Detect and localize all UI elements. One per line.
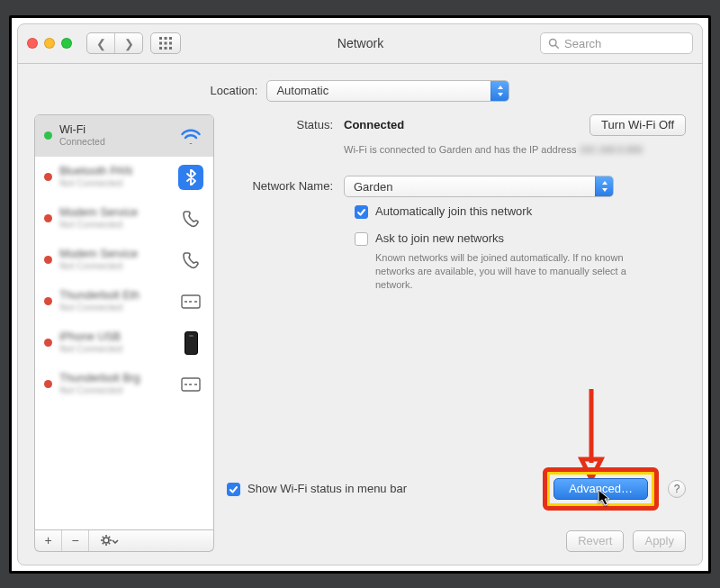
svg-rect-2 bbox=[169, 37, 172, 40]
wifi-detail-panel: Status: Connected Turn Wi-Fi Off Wi-Fi i… bbox=[227, 114, 686, 552]
status-dot-icon bbox=[44, 380, 52, 388]
ethernet-icon bbox=[177, 294, 204, 309]
location-value: Automatic bbox=[276, 84, 328, 97]
nav-back-icon[interactable]: ❮ bbox=[87, 33, 114, 53]
phone-icon bbox=[177, 250, 204, 270]
close-window[interactable] bbox=[27, 38, 38, 49]
interfaces-sidebar: Wi-Fi Connected Blu bbox=[34, 114, 214, 552]
sidebar-item[interactable]: iPhone USBNot Connected bbox=[35, 322, 213, 364]
wifi-icon bbox=[177, 128, 204, 144]
ask-join-checkbox[interactable] bbox=[355, 232, 368, 246]
interface-actions-button[interactable] bbox=[89, 530, 129, 551]
window-title: Network bbox=[188, 36, 533, 50]
svg-rect-0 bbox=[159, 37, 162, 40]
svg-rect-5 bbox=[169, 42, 172, 45]
network-name-popup[interactable]: Garden bbox=[344, 176, 614, 197]
status-dot-icon bbox=[44, 131, 52, 140]
network-name-label: Network Name: bbox=[227, 176, 344, 193]
svg-rect-8 bbox=[169, 47, 172, 50]
network-prefs-window: ❮ ❯ Network Search Lo bbox=[17, 23, 703, 565]
search-placeholder: Search bbox=[564, 37, 601, 50]
status-dot-icon bbox=[44, 214, 52, 222]
sidebar-item[interactable]: Thunderbolt BrgNot Connected bbox=[35, 364, 213, 405]
popup-arrows-icon bbox=[490, 81, 508, 101]
network-name-value: Garden bbox=[354, 180, 392, 194]
advanced-button[interactable]: Advanced… bbox=[554, 478, 648, 500]
svg-rect-6 bbox=[159, 47, 162, 50]
auto-join-label: Automatically join this network bbox=[375, 204, 532, 218]
bluetooth-icon bbox=[177, 165, 204, 190]
svg-line-21 bbox=[103, 543, 104, 544]
remove-interface-button[interactable]: − bbox=[62, 530, 89, 551]
svg-rect-7 bbox=[165, 47, 167, 50]
ask-join-detail: Known networks will be joined automatica… bbox=[375, 251, 645, 292]
svg-line-10 bbox=[555, 45, 558, 48]
show-status-checkbox[interactable] bbox=[227, 483, 240, 496]
ask-join-label: Ask to join new networks bbox=[375, 231, 504, 245]
revert-button[interactable]: Revert bbox=[566, 530, 624, 552]
nav-back-forward[interactable]: ❮ ❯ bbox=[86, 32, 143, 54]
window-controls bbox=[27, 38, 72, 49]
search-icon bbox=[548, 38, 559, 49]
ethernet-icon bbox=[177, 377, 204, 392]
iphone-icon bbox=[177, 331, 204, 355]
svg-line-20 bbox=[109, 537, 110, 538]
sidebar-toolbar: + − bbox=[34, 530, 214, 552]
location-label: Location: bbox=[211, 84, 258, 97]
interfaces-list[interactable]: Wi-Fi Connected Blu bbox=[34, 114, 214, 530]
sidebar-item[interactable]: Modem ServiceNot Connected bbox=[35, 198, 213, 240]
phone-icon bbox=[177, 209, 204, 229]
svg-rect-1 bbox=[165, 37, 167, 40]
status-label: Status: bbox=[227, 114, 344, 131]
sidebar-item[interactable]: Modem ServiceNot Connected bbox=[35, 240, 213, 281]
show-status-label: Show Wi-Fi status in menu bar bbox=[248, 482, 407, 495]
add-interface-button[interactable]: + bbox=[35, 530, 62, 551]
status-dot-icon bbox=[44, 256, 52, 264]
sidebar-item-sub: Connected bbox=[59, 137, 170, 148]
status-dot-icon bbox=[44, 339, 52, 347]
status-dot-icon bbox=[44, 173, 52, 181]
svg-rect-4 bbox=[165, 42, 167, 45]
auto-join-checkbox[interactable] bbox=[355, 205, 368, 219]
minimize-window[interactable] bbox=[44, 38, 55, 49]
sidebar-item-wifi[interactable]: Wi-Fi Connected bbox=[35, 115, 213, 157]
wifi-toggle-button[interactable]: Turn Wi-Fi Off bbox=[590, 114, 686, 136]
popup-arrows-icon bbox=[595, 176, 613, 196]
gear-icon bbox=[99, 534, 119, 547]
show-all-prefs-button[interactable] bbox=[150, 32, 181, 54]
svg-rect-3 bbox=[159, 42, 162, 45]
titlebar: ❮ ❯ Network Search bbox=[18, 24, 702, 64]
annotation-highlight: Advanced… bbox=[546, 471, 655, 507]
svg-point-13 bbox=[104, 538, 109, 543]
help-button[interactable]: ? bbox=[668, 480, 686, 498]
search-field[interactable]: Search bbox=[540, 32, 693, 54]
svg-line-19 bbox=[109, 543, 110, 544]
sidebar-item-label: Wi-Fi bbox=[59, 124, 170, 137]
location-row: Location: Automatic bbox=[18, 64, 702, 114]
location-popup[interactable]: Automatic bbox=[266, 80, 509, 102]
apply-button[interactable]: Apply bbox=[633, 530, 686, 552]
sidebar-item[interactable]: Thunderbolt EthNot Connected bbox=[35, 281, 213, 322]
svg-line-18 bbox=[103, 537, 104, 538]
status-detail: Wi-Fi is connected to Garden and has the… bbox=[344, 143, 686, 157]
status-value: Connected bbox=[344, 118, 404, 131]
nav-forward-icon[interactable]: ❯ bbox=[115, 33, 142, 53]
zoom-window[interactable] bbox=[61, 38, 72, 49]
status-dot-icon bbox=[44, 297, 52, 305]
sidebar-item[interactable]: Bluetooth PANNot Connected bbox=[35, 157, 213, 198]
